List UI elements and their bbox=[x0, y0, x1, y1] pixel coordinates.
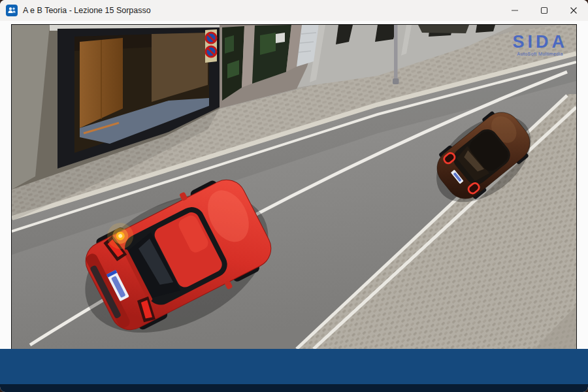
minimize-icon bbox=[511, 7, 519, 14]
maximize-button[interactable] bbox=[529, 0, 559, 21]
app-icon bbox=[6, 5, 18, 16]
status-strip bbox=[0, 384, 588, 392]
content-area: SIDA AutoSoft Multimedia bbox=[0, 21, 588, 349]
player-toolbar: 00:02 Play Pausa Stop bbox=[0, 349, 588, 384]
no-parking-signs bbox=[205, 29, 217, 63]
close-icon bbox=[570, 7, 578, 14]
people-icon bbox=[7, 7, 16, 14]
window-title: A e B Teoria - Lezione 15 Sorpasso bbox=[23, 6, 151, 15]
video-scene bbox=[12, 25, 576, 349]
close-button[interactable] bbox=[559, 0, 588, 21]
video-frame: SIDA AutoSoft Multimedia bbox=[12, 25, 576, 349]
titlebar: A e B Teoria - Lezione 15 Sorpasso bbox=[0, 0, 588, 21]
window-controls bbox=[500, 0, 588, 21]
app-window: A e B Teoria - Lezione 15 Sorpasso bbox=[0, 0, 588, 392]
maximize-icon bbox=[540, 7, 548, 14]
minimize-button[interactable] bbox=[500, 0, 529, 21]
